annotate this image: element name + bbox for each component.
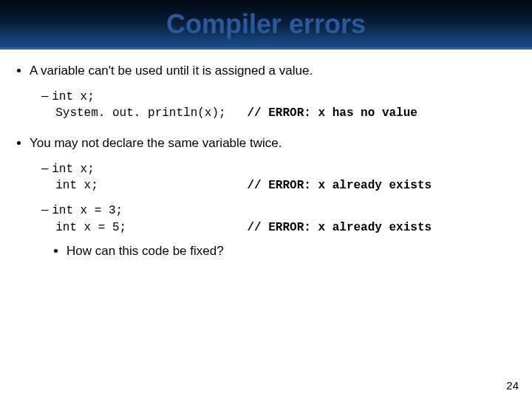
code-1-line2a: System. out. println(x);: [55, 106, 247, 120]
code-3-line1: int x = 3;: [52, 204, 123, 217]
title-bar: Compiler errors: [0, 0, 532, 50]
slide-title: Compiler errors: [0, 9, 532, 40]
code-1-line1: int x;: [52, 90, 95, 103]
sub-bullet-text: How can this code be fixed?: [66, 244, 224, 258]
page-number: 24: [506, 379, 519, 392]
code-3-line2a: int x = 5;: [55, 221, 247, 234]
code-block-3: – int x = 3; int x = 5; // ERROR: x alre…: [41, 201, 516, 236]
slide-body: A variable can't be used until it is ass…: [0, 50, 532, 260]
bullet-1-text: A variable can't be used until it is ass…: [30, 64, 313, 78]
bullet-2: You may not declare the same variable tw…: [30, 135, 516, 260]
code-2-line2a: int x;: [55, 179, 247, 192]
code-block-2: – int x; int x; // ERROR: x already exis…: [41, 160, 516, 194]
code-3-comment: // ERROR: x already exists: [247, 221, 432, 234]
code-2-line1: int x;: [52, 163, 95, 176]
sub-bullet: How can this code be fixed?: [66, 243, 516, 260]
code-1-comment: // ERROR: x has no value: [247, 106, 417, 120]
code-2-comment: // ERROR: x already exists: [247, 179, 432, 192]
bullet-1: A variable can't be used until it is ass…: [30, 63, 516, 122]
code-block-1: – int x; System. out. println(x); // ERR…: [41, 87, 516, 122]
bullet-2-text: You may not declare the same variable tw…: [30, 136, 282, 150]
